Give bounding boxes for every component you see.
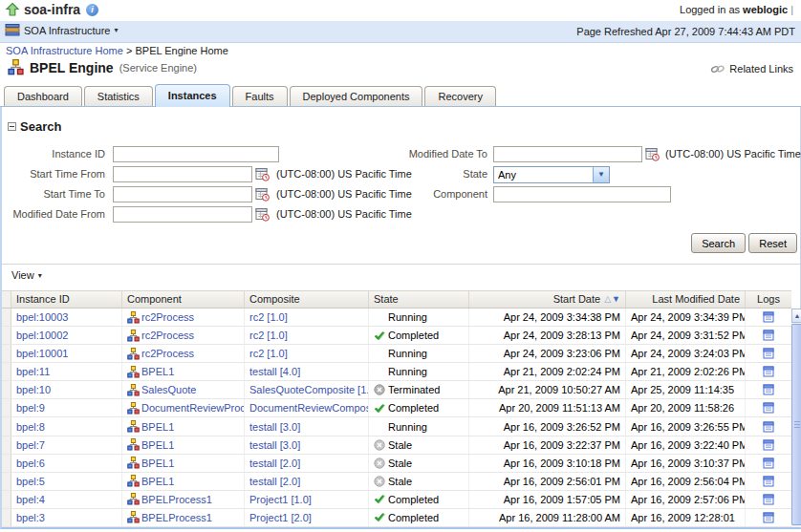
tab-dashboard[interactable]: Dashboard: [4, 86, 82, 106]
row-header-cell[interactable]: [2, 491, 11, 508]
breadcrumb-parent-link[interactable]: SOA Infrastructure Home: [6, 45, 123, 56]
tab-instances[interactable]: Instances: [155, 84, 230, 107]
column-header-component[interactable]: Component: [122, 291, 245, 308]
row-header-cell[interactable]: [2, 417, 11, 435]
composite-link[interactable]: testall [2.0]: [249, 458, 300, 469]
instance-id-link[interactable]: bpel:9: [16, 402, 45, 414]
composite-link[interactable]: Project1 [1.0]: [249, 494, 312, 505]
component-link[interactable]: BPEL1: [141, 476, 174, 487]
row-header-cell[interactable]: [2, 381, 11, 398]
instance-id-link[interactable]: bpel:5: [16, 476, 45, 487]
composite-link[interactable]: Project1 [2.0]: [249, 512, 312, 523]
tab-faults[interactable]: Faults: [232, 86, 288, 106]
composite-link[interactable]: rc2 [1.0]: [249, 330, 288, 341]
column-header-last-modified[interactable]: Last Modified Date: [626, 291, 746, 308]
log-icon[interactable]: [763, 330, 774, 341]
collapse-icon[interactable]: [8, 122, 16, 131]
vertical-scrollbar[interactable]: ▲: [791, 309, 801, 527]
log-icon[interactable]: [763, 421, 774, 433]
component-link[interactable]: DocumentReviewProcess: [141, 402, 245, 414]
log-icon[interactable]: [763, 512, 774, 523]
row-header-cell[interactable]: [2, 473, 11, 490]
instance-id-link[interactable]: bpel:10002: [16, 330, 68, 341]
log-icon[interactable]: [763, 402, 774, 414]
dropdown-icon[interactable]: ▼: [593, 167, 609, 182]
datetime-picker-icon[interactable]: [255, 166, 271, 181]
view-menu-button[interactable]: View ▾: [11, 269, 42, 281]
row-header-cell[interactable]: [2, 436, 11, 454]
tab-statistics[interactable]: Statistics: [84, 86, 153, 106]
instance-id-link[interactable]: bpel:7: [16, 439, 45, 451]
sort-descending-icon[interactable]: ▼: [612, 291, 620, 308]
instance-id-link[interactable]: bpel:11: [16, 366, 50, 377]
composite-link[interactable]: DocumentReviewComposite [1.0]: [249, 402, 369, 414]
row-header-cell[interactable]: [2, 309, 11, 326]
datetime-picker-icon[interactable]: [645, 146, 660, 161]
column-header-composite[interactable]: Composite: [245, 291, 369, 308]
datetime-picker-icon[interactable]: [255, 186, 271, 202]
state-select[interactable]: Any ▼: [493, 166, 610, 183]
log-icon[interactable]: [763, 348, 774, 359]
component-link[interactable]: BPEL1: [141, 458, 174, 469]
instance-id-link[interactable]: bpel:3: [16, 512, 45, 523]
row-header-cell[interactable]: [2, 363, 11, 380]
start-time-to-input[interactable]: [113, 186, 252, 202]
composite-link[interactable]: rc2 [1.0]: [249, 311, 288, 323]
modified-date-to-input[interactable]: [493, 146, 642, 162]
column-header-logs[interactable]: Logs: [746, 291, 791, 308]
row-header-cell[interactable]: [2, 345, 11, 362]
row-header-cell[interactable]: [2, 455, 11, 472]
component-link[interactable]: BPEL1: [141, 439, 174, 451]
component-link[interactable]: rc2Process: [141, 330, 194, 341]
column-header-state[interactable]: State: [369, 291, 469, 308]
log-icon[interactable]: [763, 476, 774, 487]
column-header-instance-id[interactable]: Instance ID: [11, 291, 122, 308]
composite-link[interactable]: testall [3.0]: [249, 421, 300, 433]
composite-link[interactable]: rc2 [1.0]: [249, 348, 288, 359]
scrollbar-thumb[interactable]: [791, 324, 801, 525]
log-icon[interactable]: [763, 494, 774, 505]
composite-link[interactable]: testall [2.0]: [249, 476, 300, 487]
tab-deployed-components[interactable]: Deployed Components: [290, 86, 423, 106]
component-link[interactable]: BPELProcess1: [141, 512, 212, 523]
context-menu-button[interactable]: SOA Infrastructure ▾: [5, 24, 119, 36]
component-input[interactable]: [493, 186, 671, 202]
start-date-cell: Apr 20, 2009 11:51:13 AM: [469, 399, 626, 416]
log-icon[interactable]: [763, 439, 774, 451]
related-links[interactable]: Related Links: [710, 63, 793, 74]
datetime-picker-icon[interactable]: [255, 206, 271, 222]
instance-id-link[interactable]: bpel:6: [16, 458, 45, 469]
instance-id-link[interactable]: bpel:4: [16, 494, 45, 505]
modified-date-from-input[interactable]: [113, 206, 252, 223]
composite-link[interactable]: testall [3.0]: [249, 439, 300, 451]
log-icon[interactable]: [763, 458, 774, 469]
component-link[interactable]: rc2Process: [141, 348, 194, 359]
scroll-up-icon[interactable]: ▲: [791, 309, 801, 323]
start-time-from-input[interactable]: [113, 166, 252, 182]
component-link[interactable]: rc2Process: [141, 311, 194, 323]
log-icon[interactable]: [763, 384, 774, 395]
search-button[interactable]: Search: [691, 233, 746, 253]
column-header-start-date[interactable]: Start Date △ ▼: [469, 291, 626, 308]
composite-link[interactable]: testall [4.0]: [249, 366, 300, 377]
component-link[interactable]: SalesQuote: [141, 384, 196, 395]
log-icon[interactable]: [763, 311, 774, 323]
reset-button[interactable]: Reset: [748, 233, 797, 253]
component-link[interactable]: BPELProcess1: [141, 494, 212, 505]
instance-id-link[interactable]: bpel:10003: [16, 311, 68, 323]
log-icon[interactable]: [763, 366, 774, 377]
component-link[interactable]: BPEL1: [141, 421, 174, 433]
info-icon[interactable]: i: [86, 4, 98, 16]
instance-id-link[interactable]: bpel:8: [16, 421, 45, 433]
sort-ascending-icon[interactable]: △: [604, 291, 611, 308]
tab-recovery[interactable]: Recovery: [424, 86, 495, 106]
row-header-cell[interactable]: [2, 509, 11, 526]
search-section-header[interactable]: Search: [8, 119, 61, 134]
instance-id-input[interactable]: [113, 146, 279, 162]
instance-id-link[interactable]: bpel:10: [16, 384, 51, 395]
row-header-cell[interactable]: [2, 399, 11, 416]
component-link[interactable]: BPEL1: [141, 366, 174, 377]
composite-link[interactable]: SalesQuoteComposite [1.0]: [249, 384, 369, 395]
row-header-cell[interactable]: [2, 327, 11, 344]
instance-id-link[interactable]: bpel:10001: [16, 348, 68, 359]
